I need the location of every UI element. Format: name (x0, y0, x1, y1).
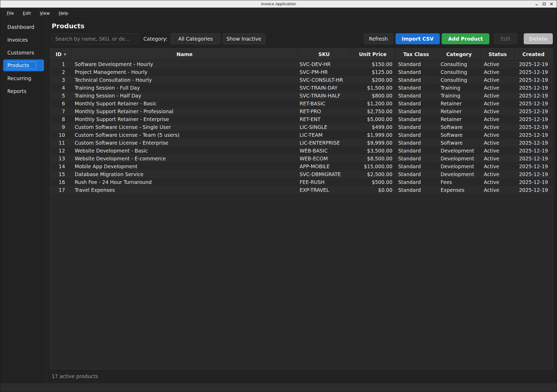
table-row[interactable]: 10Custom Software License - Team (5 user… (50, 131, 553, 139)
edit-button[interactable]: Edit (494, 33, 517, 44)
table-row[interactable]: 7Monthly Support Retainer - Professional… (50, 107, 553, 115)
sidebar-item-reports[interactable]: Reports (3, 85, 44, 97)
sidebar: Dashboard Invoices Customers Products Re… (0, 19, 47, 383)
cell-status: Active (481, 186, 515, 194)
cell-id: 1 (50, 60, 72, 68)
refresh-button[interactable]: Refresh (364, 33, 393, 44)
cell-tax_class: Standard (395, 170, 437, 178)
table-row[interactable]: 15Database Migration ServiceSVC-DBMIGRAT… (50, 170, 553, 178)
column-header-name[interactable]: Name (72, 48, 298, 60)
cell-unit_price: $15,000.00 (351, 162, 395, 170)
sidebar-item-invoices[interactable]: Invoices (3, 34, 44, 46)
products-table-body: 1Software Development - HourlySVC-DEV-HR… (50, 60, 553, 369)
toolbar: Category: All Categories Show Inactive R… (52, 33, 553, 44)
cell-sku: LIC-TEAM (298, 131, 351, 139)
menubar: File Edit View Help (0, 8, 557, 19)
table-row[interactable]: 4Training Session - Full DaySVC-TRAIN-DA… (50, 84, 553, 92)
cell-category: Training (437, 84, 481, 92)
statusbar (0, 383, 557, 392)
table-row[interactable]: 16Rush Fee - 24 Hour TurnaroundFEE-RUSH$… (50, 178, 553, 186)
cell-unit_price: $9,999.00 (351, 139, 395, 147)
sidebar-item-dashboard[interactable]: Dashboard (3, 21, 44, 33)
delete-button[interactable]: Delete (524, 33, 553, 44)
status-row: 17 active products (52, 369, 553, 383)
table-row[interactable]: 2Project Management - HourlySVC-PM-HR$12… (50, 68, 553, 76)
table-row[interactable]: 1Software Development - HourlySVC-DEV-HR… (50, 60, 553, 68)
cell-tax_class: Standard (395, 92, 437, 100)
maximize-icon (542, 2, 546, 6)
cell-unit_price: $200.00 (351, 76, 395, 84)
table-row[interactable]: 13Website Development - E-commerceWEB-EC… (50, 155, 553, 162)
table-row[interactable]: 17Travel ExpensesEXP-TRAVEL$0.00Standard… (50, 186, 553, 194)
cell-unit_price: $800.00 (351, 92, 395, 100)
table-row[interactable]: 11Custom Software License - EnterpriseLI… (50, 139, 553, 147)
table-row[interactable]: 5Training Session - Half DaySVC-TRAIN-HA… (50, 92, 553, 100)
cell-tax_class: Standard (395, 60, 437, 68)
cell-name: Monthly Support Retainer - Basic (72, 100, 298, 107)
cell-status: Active (481, 139, 515, 147)
sidebar-item-recurring[interactable]: Recurring (3, 72, 44, 84)
menu-view[interactable]: View (35, 9, 54, 18)
maximize-button[interactable] (542, 2, 546, 6)
cell-name: Custom Software License - Enterprise (72, 139, 298, 147)
add-product-button[interactable]: Add Product (442, 33, 489, 44)
import-csv-button[interactable]: Import CSV (396, 33, 440, 44)
cell-sku: WEB-BASIC (298, 147, 351, 155)
products-table: ID▼NameSKUUnit PriceTax ClassCategorySta… (50, 48, 553, 369)
table-row[interactable]: 12Website Development - BasicWEB-BASIC$3… (50, 147, 553, 155)
cell-unit_price: $1,500.00 (351, 84, 395, 92)
menu-file[interactable]: File (2, 9, 18, 18)
table-row[interactable]: 8Monthly Support Retainer - EnterpriseRE… (50, 115, 553, 123)
cell-tax_class: Standard (395, 76, 437, 84)
cell-status: Active (481, 100, 515, 107)
column-header-category[interactable]: Category (437, 48, 481, 60)
cell-name: Rush Fee - 24 Hour Turnaround (72, 178, 298, 186)
column-header-unit_price[interactable]: Unit Price (351, 48, 395, 60)
cell-status: Active (481, 170, 515, 178)
table-row[interactable]: 9Custom Software License - Single UserLI… (50, 123, 553, 131)
minimize-button[interactable] (535, 2, 539, 6)
cell-unit_price: $2,750.00 (351, 107, 395, 115)
cell-unit_price: $500.00 (351, 178, 395, 186)
close-button[interactable] (549, 2, 554, 6)
table-row[interactable]: 3Technical Consultation - HourlySVC-CONS… (50, 76, 553, 84)
column-header-status[interactable]: Status (481, 48, 515, 60)
cell-status: Active (481, 84, 515, 92)
window-title: Invoice Application (261, 2, 296, 6)
cell-tax_class: Standard (395, 139, 437, 147)
cell-sku: LIC-SINGLE (298, 123, 351, 131)
cell-created: 2025-12-19 (515, 162, 552, 170)
table-row[interactable]: 14Mobile App DevelopmentAPP-MOBILE$15,00… (50, 162, 553, 170)
cell-tax_class: Standard (395, 155, 437, 162)
table-row[interactable]: 6Monthly Support Retainer - BasicRET-BAS… (50, 100, 553, 107)
column-header-tax_class[interactable]: Tax Class (395, 48, 437, 60)
menu-edit[interactable]: Edit (18, 9, 35, 18)
cell-unit_price: $1,999.00 (351, 131, 395, 139)
show-inactive-button[interactable]: Show Inactive (223, 33, 265, 44)
cell-id: 13 (50, 155, 72, 162)
cell-created: 2025-12-19 (515, 186, 552, 194)
cell-tax_class: Standard (395, 131, 437, 139)
minimize-icon (535, 2, 539, 6)
cell-unit_price: $5,000.00 (351, 115, 395, 123)
cell-name: Database Migration Service (72, 170, 298, 178)
column-header-created[interactable]: Created (515, 48, 552, 60)
column-header-sku[interactable]: SKU (298, 48, 351, 60)
search-input[interactable] (52, 33, 139, 44)
column-header-id[interactable]: ID▼ (50, 48, 72, 60)
menu-help[interactable]: Help (54, 9, 73, 18)
cell-unit_price: $125.00 (351, 68, 395, 76)
cell-id: 3 (50, 76, 72, 84)
cell-unit_price: $8,500.00 (351, 155, 395, 162)
cell-created: 2025-12-19 (515, 115, 552, 123)
sort-indicator-icon: ▼ (64, 53, 66, 56)
sidebar-item-customers[interactable]: Customers (3, 47, 44, 58)
cell-created: 2025-12-19 (515, 92, 552, 100)
cell-category: Development (437, 162, 481, 170)
cell-created: 2025-12-19 (515, 76, 552, 84)
category-dropdown[interactable]: All Categories (171, 33, 220, 44)
sidebar-item-products[interactable]: Products (3, 59, 44, 71)
cell-sku: SVC-TRAIN-DAY (298, 84, 351, 92)
cell-sku: SVC-TRAIN-HALF (298, 92, 351, 100)
cell-status: Active (481, 68, 515, 76)
